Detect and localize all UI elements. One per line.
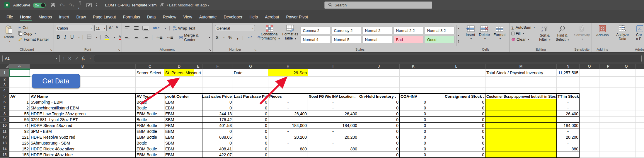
- data-cell[interactable]: 0: [427, 140, 485, 146]
- column-header-F[interactable]: F: [202, 64, 233, 69]
- data-cell[interactable]: 0: [233, 152, 268, 158]
- data-cell[interactable]: 0: [427, 123, 485, 128]
- data-cell[interactable]: -: [308, 140, 358, 146]
- cell[interactable]: [308, 82, 358, 88]
- cell[interactable]: [636, 128, 644, 134]
- fill-button[interactable]: ↓Fill▾: [511, 31, 535, 36]
- cell[interactable]: [194, 82, 202, 88]
- data-cell[interactable]: 0291881- Lysol 28oz PET: [30, 117, 136, 123]
- autosave-toggle[interactable]: On: [33, 3, 46, 8]
- copy-button[interactable]: Copy▾: [18, 31, 49, 36]
- data-cell[interactable]: [485, 134, 557, 140]
- cell[interactable]: [599, 128, 617, 134]
- cell[interactable]: [580, 134, 599, 140]
- row-header-15[interactable]: 15: [0, 152, 9, 158]
- data-cell[interactable]: 0: [427, 134, 485, 140]
- data-cell[interactable]: [194, 146, 202, 152]
- cell[interactable]: [358, 69, 400, 77]
- format-cells-button[interactable]: Format▾: [493, 25, 505, 46]
- cell-server-select-label[interactable]: Server Select: [136, 69, 164, 77]
- data-cell[interactable]: 0: [233, 140, 268, 146]
- data-cell[interactable]: [194, 111, 202, 117]
- cell[interactable]: [599, 117, 617, 123]
- data-cell[interactable]: 401.53: [202, 123, 233, 128]
- cell-date-label[interactable]: Date: [233, 69, 268, 77]
- data-cell[interactable]: 0: [233, 105, 268, 111]
- data-cell[interactable]: -: [268, 140, 308, 146]
- cell[interactable]: [617, 146, 636, 152]
- cell[interactable]: [599, 69, 617, 77]
- cell[interactable]: [599, 77, 617, 82]
- bold-button[interactable]: B: [56, 34, 61, 40]
- data-cell[interactable]: 0: [427, 105, 485, 111]
- column-header-P[interactable]: P: [599, 64, 617, 69]
- cell[interactable]: [580, 99, 599, 105]
- row-header-1[interactable]: 1: [0, 69, 9, 77]
- cell[interactable]: [427, 88, 485, 93]
- data-cell[interactable]: -: [308, 117, 358, 123]
- menu-tab-home[interactable]: Home: [17, 15, 35, 23]
- data-cell[interactable]: [194, 123, 202, 128]
- data-cell[interactable]: HDPE Law Toggle 28oz green: [30, 111, 136, 117]
- redo-icon[interactable]: ↷▾: [69, 2, 74, 8]
- cell[interactable]: [268, 88, 308, 93]
- cell[interactable]: [580, 123, 599, 128]
- menu-tab-insert[interactable]: Insert: [55, 15, 73, 23]
- column-header-K[interactable]: K: [400, 64, 427, 69]
- cell[interactable]: [194, 93, 202, 99]
- data-cell[interactable]: [485, 105, 557, 111]
- cell[interactable]: [557, 88, 580, 93]
- create-pdf-button[interactable]: Crea P: [632, 24, 644, 41]
- data-cell[interactable]: -: [557, 140, 580, 146]
- data-cell[interactable]: [194, 152, 202, 158]
- data-cell[interactable]: 880: [557, 146, 580, 152]
- underline-button[interactable]: U: [69, 34, 75, 40]
- selected-cell-A1[interactable]: [9, 69, 30, 77]
- data-cell[interactable]: 0: [358, 117, 400, 123]
- column-header-D[interactable]: D: [164, 64, 194, 69]
- style-chip-bad[interactable]: Bad: [394, 36, 423, 43]
- data-cell[interactable]: 0: [427, 99, 485, 105]
- cell[interactable]: [194, 77, 202, 82]
- decrease-font-icon[interactable]: Aˇ: [115, 25, 120, 31]
- quick-access-overflow-icon[interactable]: ▾: [96, 3, 97, 7]
- data-cell[interactable]: 20,200: [308, 134, 358, 140]
- comma-format-icon[interactable]: ,: [236, 34, 239, 41]
- cell[interactable]: [636, 117, 644, 123]
- data-cell[interactable]: 0: [358, 105, 400, 111]
- data-cell[interactable]: 0: [358, 123, 400, 128]
- cell[interactable]: [636, 105, 644, 111]
- cell[interactable]: [617, 152, 636, 158]
- cell[interactable]: [617, 88, 636, 93]
- fill-handle[interactable]: [29, 75, 31, 77]
- cell[interactable]: [599, 93, 617, 99]
- cell[interactable]: [599, 88, 617, 93]
- column-header-J[interactable]: J: [358, 64, 400, 69]
- data-cell[interactable]: 0: [202, 128, 233, 134]
- data-cell[interactable]: 176.42: [202, 117, 233, 123]
- data-cell[interactable]: $PM - EBM: [30, 128, 136, 134]
- data-cell[interactable]: 0: [427, 146, 485, 152]
- data-cell[interactable]: 0: [233, 117, 268, 123]
- save-icon[interactable]: [50, 3, 55, 8]
- cell[interactable]: [164, 82, 194, 88]
- cell[interactable]: [400, 88, 427, 93]
- data-cell[interactable]: EBM: [164, 123, 194, 128]
- cell[interactable]: [580, 105, 599, 111]
- cell[interactable]: [636, 88, 644, 93]
- data-cell[interactable]: -: [308, 128, 358, 134]
- cell[interactable]: [358, 82, 400, 88]
- cell-date-value[interactable]: 29-Sep: [268, 69, 308, 77]
- cell[interactable]: [599, 82, 617, 88]
- style-chip-normal-3-2[interactable]: Normal 3 2: [425, 27, 454, 34]
- cell-server-value[interactable]: St. Peters, Missouri: [164, 69, 194, 77]
- styles-gallery-scroll[interactable]: ▴▾▾: [456, 25, 461, 46]
- data-cell[interactable]: [485, 111, 557, 117]
- column-header-O[interactable]: O: [580, 64, 599, 69]
- increase-indent-icon[interactable]: ⇨☰: [166, 35, 174, 40]
- name-box[interactable]: A1▾: [2, 55, 60, 62]
- data-cell[interactable]: -: [268, 105, 308, 111]
- data-cell[interactable]: [194, 117, 202, 123]
- data-cell[interactable]: 56: [9, 117, 30, 123]
- borders-icon[interactable]: [86, 34, 92, 40]
